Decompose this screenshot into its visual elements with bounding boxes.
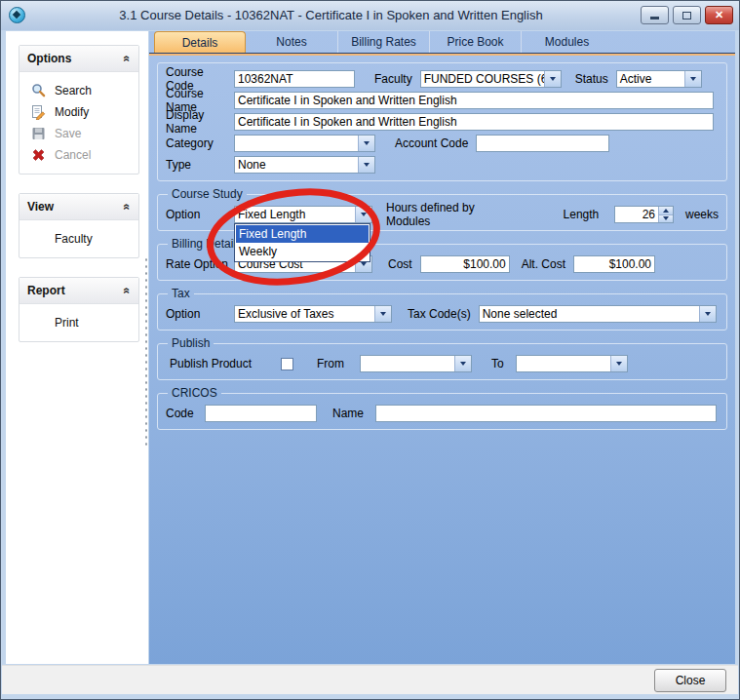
sidebar-item-save[interactable]: Save <box>19 123 138 144</box>
cricos-section: CRICOS Code Name <box>157 386 727 430</box>
chevron-down-icon[interactable] <box>374 306 391 322</box>
sidebar-item-label: Print <box>55 316 79 330</box>
close-button[interactable]: Close <box>654 669 726 692</box>
tax-codes-label: Tax Code(s) <box>408 307 471 321</box>
course-code-input[interactable] <box>234 70 355 88</box>
publish-from-combobox[interactable] <box>360 355 472 372</box>
sidebar-item-cancel[interactable]: Cancel <box>19 144 138 166</box>
chevron-down-icon[interactable] <box>684 71 701 87</box>
course-study-legend: Course Study <box>168 187 247 201</box>
details-form: Course Code Faculty FUNDED COURSES (6003… <box>149 57 735 664</box>
course-study-section: Course Study Option Fixed Length Fixed L… <box>157 187 727 231</box>
publish-to-label: To <box>491 357 504 370</box>
collapse-chevron-icon[interactable]: « <box>121 204 135 211</box>
type-label: Type <box>166 158 234 172</box>
display-name-input[interactable] <box>234 113 714 131</box>
cricos-name-input[interactable] <box>375 405 717 422</box>
view-panel-title: View <box>27 200 54 214</box>
sidebar-item-faculty[interactable]: Faculty <box>19 228 138 250</box>
category-combobox[interactable] <box>234 135 375 152</box>
tax-legend: Tax <box>168 287 194 300</box>
course-details-dialog: 3.1 Course Details - 10362NAT - Certific… <box>0 0 740 700</box>
modify-icon <box>30 104 47 120</box>
collapse-chevron-icon[interactable]: « <box>121 288 135 294</box>
sidebar-item-label: Save <box>55 127 81 140</box>
faculty-combobox[interactable]: FUNDED COURSES (6003) <box>420 70 562 88</box>
status-value: Active <box>617 71 684 87</box>
maximize-button[interactable] <box>673 6 701 24</box>
tax-codes-combobox[interactable]: None selected <box>479 305 717 323</box>
type-combobox[interactable]: None <box>234 156 375 174</box>
publish-from-label: From <box>317 357 344 370</box>
publish-to-combobox[interactable] <box>516 355 628 372</box>
dropdown-item-fixed-length[interactable]: Fixed Length <box>236 225 369 243</box>
sidebar: Options « Search Modify <box>6 31 148 664</box>
report-panel-title: Report <box>27 284 65 297</box>
options-panel-header[interactable]: Options « <box>19 46 138 72</box>
main-panel: Details Notes Billing Rates Price Book M… <box>149 31 735 664</box>
length-value: 26 <box>615 207 658 222</box>
publish-product-label: Publish Product <box>166 357 267 370</box>
study-option-combobox[interactable]: Fixed Length <box>234 206 372 223</box>
tax-codes-value: None selected <box>480 306 699 322</box>
close-window-button[interactable]: ✕ <box>705 6 733 24</box>
sidebar-item-label: Modify <box>55 105 89 119</box>
chevron-down-icon[interactable] <box>610 356 627 371</box>
sidebar-item-print[interactable]: Print <box>19 312 138 333</box>
display-name-label: Display Name <box>166 108 234 136</box>
length-label: Length <box>564 208 600 221</box>
publish-to-value <box>517 356 610 371</box>
tax-option-combobox[interactable]: Exclusive of Taxes <box>234 305 392 323</box>
alt-cost-input[interactable] <box>573 255 655 273</box>
option-label: Option <box>166 208 234 221</box>
category-value <box>235 136 358 151</box>
tax-section: Tax Option Exclusive of Taxes Tax Code(s… <box>157 287 727 331</box>
window-title: 3.1 Course Details - 10362NAT - Certific… <box>30 1 632 30</box>
cost-input[interactable] <box>420 255 510 273</box>
report-panel-header[interactable]: Report « <box>19 278 138 304</box>
alt-cost-label: Alt. Cost <box>522 257 565 271</box>
view-panel-header[interactable]: View « <box>19 194 138 220</box>
publish-from-value <box>361 356 454 371</box>
cricos-legend: CRICOS <box>168 386 221 400</box>
status-label: Status <box>575 72 608 86</box>
chevron-down-icon[interactable] <box>358 157 374 173</box>
options-panel-title: Options <box>27 52 71 65</box>
length-unit-label: weeks <box>685 208 719 221</box>
view-panel: View « Faculty <box>19 193 139 258</box>
search-icon <box>30 83 47 98</box>
sidebar-item-label: Search <box>55 84 92 97</box>
tab-strip: Details Notes Billing Rates Price Book M… <box>149 31 735 53</box>
publish-product-checkbox[interactable] <box>281 358 293 370</box>
collapse-chevron-icon[interactable]: « <box>121 56 135 62</box>
tab-notes[interactable]: Notes <box>246 31 337 53</box>
tab-modules[interactable]: Modules <box>521 31 612 53</box>
dropdown-item-weekly[interactable]: Weekly <box>236 243 369 260</box>
tab-price-book[interactable]: Price Book <box>429 31 521 53</box>
tab-details[interactable]: Details <box>154 31 246 53</box>
chevron-down-icon[interactable] <box>355 207 371 222</box>
account-code-label: Account Code <box>395 136 468 150</box>
cricos-code-input[interactable] <box>205 405 317 422</box>
rate-option-label: Rate Option <box>166 257 234 271</box>
cricos-name-label: Name <box>332 407 364 420</box>
course-name-input[interactable] <box>234 92 714 109</box>
chevron-down-icon[interactable] <box>699 306 716 322</box>
cancel-icon <box>30 147 47 163</box>
cost-label: Cost <box>388 257 412 271</box>
minimize-button[interactable] <box>641 6 669 24</box>
save-icon <box>30 126 47 141</box>
chevron-down-icon[interactable] <box>358 136 374 151</box>
account-code-input[interactable] <box>476 135 609 152</box>
chevron-down-icon[interactable] <box>544 71 561 87</box>
sidebar-item-modify[interactable]: Modify <box>19 101 138 123</box>
sidebar-item-search[interactable]: Search <box>19 80 138 101</box>
report-panel: Report « Print <box>19 277 139 342</box>
status-combobox[interactable]: Active <box>616 70 702 88</box>
chevron-down-icon[interactable] <box>454 356 471 371</box>
category-label: Category <box>166 136 234 150</box>
length-spinner[interactable]: 26 <box>614 206 674 223</box>
spinner-up-button[interactable] <box>659 207 673 214</box>
spinner-down-button[interactable] <box>659 214 673 223</box>
tab-billing-rates[interactable]: Billing Rates <box>337 31 429 53</box>
